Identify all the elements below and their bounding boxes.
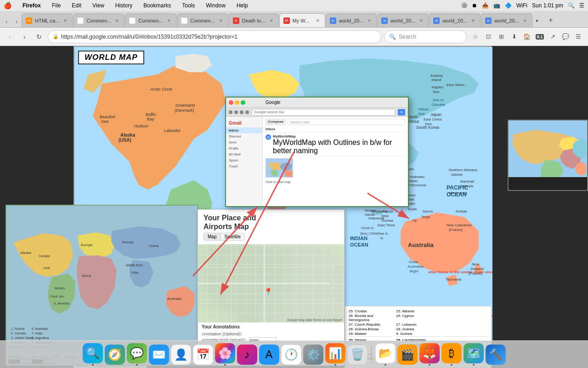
close-window-btn[interactable] xyxy=(229,100,233,105)
dock-bitcoin-icon[interactable]: ₿ xyxy=(441,343,462,363)
dock-itunes[interactable]: ♪ xyxy=(237,345,257,365)
apple-menu[interactable]: 🍎 xyxy=(4,2,11,9)
dock-activity-icon[interactable]: 📊 xyxy=(325,343,345,363)
dock-safari[interactable]: 🧭 xyxy=(105,345,125,365)
dock-appstore-icon[interactable]: A xyxy=(259,345,279,365)
dock-photos-icon[interactable]: 🌸 xyxy=(215,343,235,363)
overlay-search-btn[interactable]: G xyxy=(398,109,405,115)
tab-world1[interactable]: w world_20... ✕ xyxy=(326,13,377,27)
gmail-sent[interactable]: Sent xyxy=(226,139,262,145)
pocket-btn[interactable]: ⊞ xyxy=(495,31,507,43)
tab-world2[interactable]: w world_20... ✕ xyxy=(377,13,429,27)
tab-back-btn[interactable]: ‹ xyxy=(2,17,11,26)
menubar-list-icon[interactable]: ☰ xyxy=(579,2,584,9)
menubar-file[interactable]: File xyxy=(50,1,62,10)
minimize-window-btn[interactable] xyxy=(235,100,239,105)
overlay-url[interactable]: Google search bar xyxy=(252,109,395,115)
home-btn[interactable]: 🏠 xyxy=(521,31,533,43)
menubar-help[interactable]: Help xyxy=(235,1,250,10)
menubar-bookmarks[interactable]: Bookmarks xyxy=(141,1,173,10)
menubar-history[interactable]: History xyxy=(113,1,134,10)
dock-mail[interactable]: ✉️ xyxy=(149,345,169,365)
dock-safari-icon[interactable]: 🧭 xyxy=(105,345,125,365)
satellite-view-btn[interactable]: Satellite xyxy=(220,233,244,240)
gmail-compose-btn[interactable]: Compose xyxy=(266,119,286,125)
dock-calendar[interactable]: 📅 xyxy=(193,345,213,365)
new-tab-btn[interactable]: + xyxy=(544,13,557,27)
dock-calendar-icon[interactable]: 📅 xyxy=(193,345,213,365)
dock-vlc[interactable]: 🎬 xyxy=(397,345,418,365)
dock-filezilla[interactable]: 📂 xyxy=(375,343,396,366)
dock-trash[interactable]: 🗑️ xyxy=(347,345,368,365)
download-btn[interactable]: ⬇ xyxy=(508,31,520,43)
tab-close-world3[interactable]: ✕ xyxy=(470,17,476,24)
dock-contacts-icon[interactable]: 👤 xyxy=(171,345,191,365)
dock-firefox-icon[interactable]: 🦊 xyxy=(419,343,440,363)
reader-view-btn[interactable]: ⊡ xyxy=(482,31,494,43)
gmail-spam[interactable]: Spam xyxy=(226,157,262,163)
nav-back-btn[interactable]: ‹ xyxy=(4,31,16,43)
menubar-edit[interactable]: Edit xyxy=(70,1,83,10)
dock-contacts[interactable]: 👤 xyxy=(171,345,191,365)
dock-activity-monitor[interactable]: 📊 xyxy=(325,343,345,366)
nav-refresh-btn[interactable]: ↻ xyxy=(33,31,45,43)
dock-itunes-icon[interactable]: ♪ xyxy=(237,345,257,365)
tab-close-comment1[interactable]: ✕ xyxy=(114,17,120,24)
share-btn[interactable]: ↗ xyxy=(547,31,559,43)
gmail-drafts[interactable]: Drafts xyxy=(226,145,262,151)
menubar-view[interactable]: View xyxy=(90,1,106,10)
menubar-tools[interactable]: Tools xyxy=(180,1,197,10)
dock-firefox[interactable]: 🦊 xyxy=(419,343,440,366)
tab-close-death[interactable]: ✕ xyxy=(268,17,275,24)
tab-close-world4[interactable]: ✕ xyxy=(522,17,528,24)
dock-xcode-icon[interactable]: 🔨 xyxy=(486,345,506,365)
tab-close-world1[interactable]: ✕ xyxy=(366,17,373,24)
badge-btn[interactable]: 8.1 xyxy=(534,31,546,43)
tab-comment1[interactable]: Commen... ✕ xyxy=(73,13,124,27)
menubar-firefox[interactable]: Firefox xyxy=(21,1,43,10)
tab-close-myw[interactable]: ✕ xyxy=(315,17,321,24)
tab-close-world2[interactable]: ✕ xyxy=(418,17,424,24)
tab-death[interactable]: D Death In... ✕ xyxy=(229,13,279,27)
search-box[interactable]: 🔍 Search xyxy=(384,30,467,43)
dock-clock[interactable]: 🕐 xyxy=(281,345,301,365)
tab-myw[interactable]: M My W... ✕ xyxy=(279,13,325,27)
dock-appstore[interactable]: A xyxy=(259,345,279,365)
dock-clock-icon[interactable]: 🕐 xyxy=(281,345,301,365)
tab-close-comment2[interactable]: ✕ xyxy=(166,17,172,24)
dock-finder-icon[interactable]: 🔍 xyxy=(83,343,103,363)
tab-forward-btn[interactable]: › xyxy=(12,17,21,26)
dock-messages-icon[interactable]: 💬 xyxy=(127,343,147,363)
dock-photos[interactable]: 🌸 xyxy=(215,343,235,366)
tab-overflow-btn[interactable]: ▸ xyxy=(533,13,542,27)
menubar-window[interactable]: Window xyxy=(204,1,227,10)
dock-system-prefs[interactable]: ⚙️ xyxy=(303,345,323,365)
gmail-trash[interactable]: Trash xyxy=(226,163,262,169)
maximize-window-btn[interactable] xyxy=(241,100,245,105)
tab-world3[interactable]: w world_20... ✕ xyxy=(429,13,481,27)
url-bar[interactable]: 🔒 https://mail.google.com/mail/u/0/#inbo… xyxy=(48,30,381,43)
menu-btn[interactable]: ☰ xyxy=(572,31,584,43)
tab-comment2[interactable]: Commen... ✕ xyxy=(125,13,176,27)
dock-maps[interactable]: 🗺️ xyxy=(464,343,484,366)
tab-html[interactable]: H HTML ca... ✕ xyxy=(22,13,73,27)
gmail-inbox[interactable]: Inbox xyxy=(226,127,262,133)
gmail-starred[interactable]: Starred xyxy=(226,133,262,139)
gmail-search[interactable]: Search mail xyxy=(288,119,405,125)
email-item-1[interactable]: M MyWorldMap MyWorldMap with Outlines in… xyxy=(266,133,405,156)
tab-close-comment3[interactable]: ✕ xyxy=(218,17,224,24)
gmail-all[interactable]: All Mail xyxy=(226,151,262,157)
dock-bitcoin[interactable]: ₿ xyxy=(441,343,462,366)
dock-system-prefs-icon[interactable]: ⚙️ xyxy=(303,345,323,365)
map-view-btn[interactable]: Map xyxy=(204,233,220,240)
nav-forward-btn[interactable]: › xyxy=(18,31,30,43)
tab-world4[interactable]: w world_20... ✕ xyxy=(481,13,532,27)
chat-btn[interactable]: 💬 xyxy=(560,31,571,43)
dock-maps-icon[interactable]: 🗺️ xyxy=(464,343,484,363)
dock-messages[interactable]: 💬 xyxy=(127,343,147,366)
dock-finder[interactable]: 🔍 xyxy=(83,343,103,366)
dock-filezilla-icon[interactable]: 📂 xyxy=(375,343,396,363)
bookmark-star-btn[interactable]: ☆ xyxy=(469,31,481,43)
tab-comment3[interactable]: Commen... ✕ xyxy=(177,13,228,27)
dock-xcode[interactable]: 🔨 xyxy=(486,345,506,365)
